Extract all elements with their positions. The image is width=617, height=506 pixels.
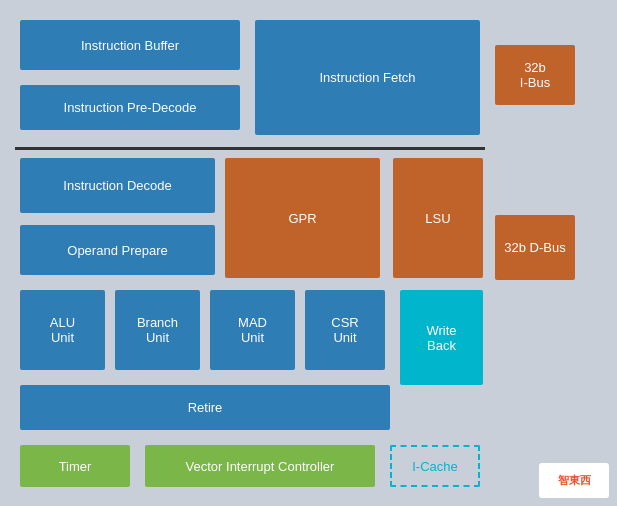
mad-unit-label: MAD Unit xyxy=(238,315,267,345)
instruction-decode-label: Instruction Decode xyxy=(63,178,171,193)
instruction-predecode-label: Instruction Pre-Decode xyxy=(64,100,197,115)
timer-block: Timer xyxy=(20,445,130,487)
dbus-label: 32b D-Bus xyxy=(504,240,565,255)
operand-prepare-label: Operand Prepare xyxy=(67,243,167,258)
retire-label: Retire xyxy=(188,400,223,415)
mad-unit-block: MAD Unit xyxy=(210,290,295,370)
vic-label: Vector Interrupt Controller xyxy=(186,459,335,474)
csr-unit-block: CSR Unit xyxy=(305,290,385,370)
alu-unit-block: ALU Unit xyxy=(20,290,105,370)
operand-prepare-block: Operand Prepare xyxy=(20,225,215,275)
instruction-predecode-block: Instruction Pre-Decode xyxy=(20,85,240,130)
instruction-decode-block: Instruction Decode xyxy=(20,158,215,213)
dbus-block: 32b D-Bus xyxy=(495,215,575,280)
watermark: 智東西 xyxy=(539,463,609,498)
instruction-buffer-label: Instruction Buffer xyxy=(81,38,179,53)
instruction-fetch-block: Instruction Fetch xyxy=(255,20,480,135)
instruction-fetch-label: Instruction Fetch xyxy=(319,70,415,85)
branch-unit-block: Branch Unit xyxy=(115,290,200,370)
write-back-label: Write Back xyxy=(426,323,456,353)
icache-label: I-Cache xyxy=(412,459,458,474)
write-back-block: Write Back xyxy=(400,290,483,385)
divider xyxy=(15,147,485,150)
retire-block: Retire xyxy=(20,385,390,430)
csr-unit-label: CSR Unit xyxy=(331,315,358,345)
vic-block: Vector Interrupt Controller xyxy=(145,445,375,487)
instruction-buffer-block: Instruction Buffer xyxy=(20,20,240,70)
ibus-label: 32b I-Bus xyxy=(520,60,550,90)
branch-unit-label: Branch Unit xyxy=(137,315,178,345)
lsu-label: LSU xyxy=(425,211,450,226)
alu-unit-label: ALU Unit xyxy=(50,315,75,345)
lsu-block: LSU xyxy=(393,158,483,278)
gpr-block: GPR xyxy=(225,158,380,278)
gpr-label: GPR xyxy=(288,211,316,226)
watermark-label: 智東西 xyxy=(558,473,591,488)
timer-label: Timer xyxy=(59,459,92,474)
icache-block: I-Cache xyxy=(390,445,480,487)
ibus-block: 32b I-Bus xyxy=(495,45,575,105)
